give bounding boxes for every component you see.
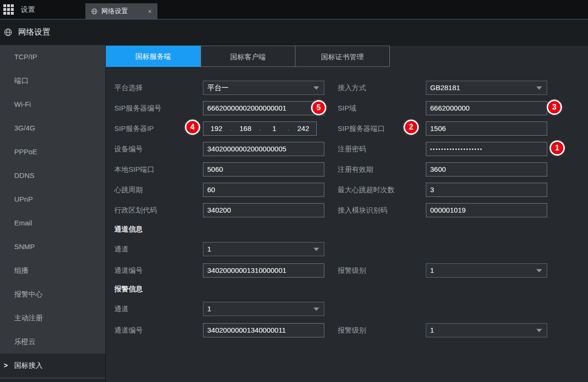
channel-id-label: 通道编号: [114, 263, 143, 278]
access-module-id-label: 接入模块识别码: [338, 203, 387, 217]
sip-server-id-label: SIP服务器编号: [114, 101, 161, 115]
local-sip-port-label: 本地SIP端口: [114, 162, 154, 177]
main-menu-grid-icon[interactable]: [3, 4, 15, 16]
channel-select[interactable]: 1: [203, 242, 324, 256]
device-id-input[interactable]: 34020000002000000005: [203, 142, 324, 156]
platform-label: 平台选择: [114, 81, 143, 95]
sip-server-port-input[interactable]: 1506: [426, 121, 547, 136]
alarm-channel-id-input[interactable]: 34020000001340000011: [203, 323, 324, 337]
sip-server-id-input[interactable]: 66620000002000000001: [203, 101, 324, 115]
sidebar-item-wifi[interactable]: Wi-Fi: [0, 93, 105, 116]
sidebar-item-auto-register[interactable]: 主动注册: [0, 306, 105, 330]
max-heartbeat-timeout-label: 最大心跳超时次数: [338, 183, 395, 197]
chevron-down-icon: [536, 269, 542, 272]
window-tab-title: 网络设置: [101, 7, 128, 16]
sidebar: TCP/IP 端口 Wi-Fi 3G/4G PPPoE DDNS UPnP Em…: [0, 45, 106, 382]
top-tab-bar: 设置 网络设置 ×: [0, 0, 588, 19]
alarm-level-select-2[interactable]: 1: [426, 323, 547, 337]
chevron-right-icon: >: [4, 354, 8, 377]
heartbeat-period-label: 心跳周期: [114, 183, 143, 197]
alarm-channel-select[interactable]: 1: [203, 302, 324, 316]
register-valid-label: 注册有效期: [338, 162, 373, 177]
sidebar-item-lechange[interactable]: 乐橙云: [0, 330, 105, 354]
sidebar-item-snmp[interactable]: SNMP: [0, 235, 105, 259]
page-title: 网络设置: [18, 19, 50, 45]
sidebar-item-port[interactable]: 端口: [0, 69, 105, 93]
alarm-level-label: 报警级别: [338, 263, 366, 278]
access-type-select[interactable]: GB28181: [426, 81, 547, 95]
max-heartbeat-timeout-input[interactable]: 3: [426, 183, 547, 197]
globe-icon: [91, 8, 98, 15]
sidebar-item-3g4g[interactable]: 3G/4G: [0, 116, 105, 140]
chevron-down-icon: [313, 248, 319, 251]
sidebar-item-email[interactable]: Email: [0, 211, 105, 235]
annotation-badge-4: 4: [185, 120, 200, 135]
sidebar-item-pppoe[interactable]: PPPoE: [0, 140, 105, 164]
window-tab-network-settings[interactable]: 网络设置 ×: [85, 3, 157, 19]
page-header: 网络设置: [0, 19, 588, 46]
alarm-info-section-title: 报警信息: [114, 284, 143, 294]
annotation-badge-1: 1: [550, 140, 565, 156]
sip-server-ip-label: SIP服务器IP: [114, 121, 154, 136]
alarm-level-label: 报警级别: [338, 323, 366, 337]
alarm-level-select[interactable]: 1: [426, 263, 547, 278]
platform-select[interactable]: 平台一: [203, 81, 324, 95]
chevron-down-icon: [313, 86, 319, 90]
annotation-badge-2: 2: [404, 120, 419, 135]
annotation-badge-5: 5: [311, 100, 326, 115]
tab-gb-server[interactable]: 国标服务端: [106, 46, 201, 67]
channel-id-input[interactable]: 34020000001310000001: [203, 263, 324, 278]
alarm-channel-id-label: 通道编号: [114, 323, 143, 337]
globe-icon: [4, 28, 12, 37]
local-sip-port-input[interactable]: 5060: [203, 162, 324, 177]
sidebar-item-gb-access[interactable]: > 国标接入: [0, 354, 105, 377]
alarm-channel-label: 通道: [114, 302, 129, 316]
sidebar-item-ddns[interactable]: DDNS: [0, 164, 105, 187]
sip-domain-input[interactable]: 6662000000: [426, 101, 547, 115]
region-code-label: 行政区划代码: [114, 203, 157, 217]
register-password-label: 注册密码: [338, 142, 366, 156]
register-password-input[interactable]: •••••••••••••••••••: [426, 142, 547, 156]
tab-gb-client[interactable]: 国标客户端: [201, 46, 295, 67]
region-code-input[interactable]: 340200: [203, 203, 324, 217]
settings-menu-label[interactable]: 设置: [21, 0, 35, 19]
sidebar-item-alarm-center[interactable]: 报警中心: [0, 282, 105, 306]
tab-gb-certificate[interactable]: 国标证书管理: [295, 46, 390, 67]
sip-server-port-label: SIP服务器端口: [338, 121, 385, 136]
sidebar-next-item-edge: [0, 379, 105, 382]
chevron-down-icon: [313, 307, 319, 311]
close-icon[interactable]: ×: [148, 8, 152, 15]
register-valid-input[interactable]: 3600: [426, 162, 547, 177]
channel-label: 通道: [114, 242, 129, 256]
device-id-label: 设备编号: [114, 142, 143, 156]
access-type-label: 接入方式: [338, 81, 366, 95]
chevron-down-icon: [536, 329, 542, 332]
heartbeat-period-input[interactable]: 60: [203, 183, 324, 197]
sip-domain-label: SIP域: [338, 101, 356, 115]
sip-server-ip-input[interactable]: 192.168.1.242: [203, 121, 317, 136]
access-module-id-input[interactable]: 000001019: [426, 203, 547, 217]
sidebar-item-multicast[interactable]: 组播: [0, 259, 105, 282]
sidebar-item-upnp[interactable]: UPnP: [0, 187, 105, 211]
sidebar-item-tcpip[interactable]: TCP/IP: [0, 45, 105, 69]
channel-info-section-title: 通道信息: [114, 224, 143, 234]
annotation-badge-3: 3: [547, 100, 562, 115]
chevron-down-icon: [536, 86, 542, 90]
